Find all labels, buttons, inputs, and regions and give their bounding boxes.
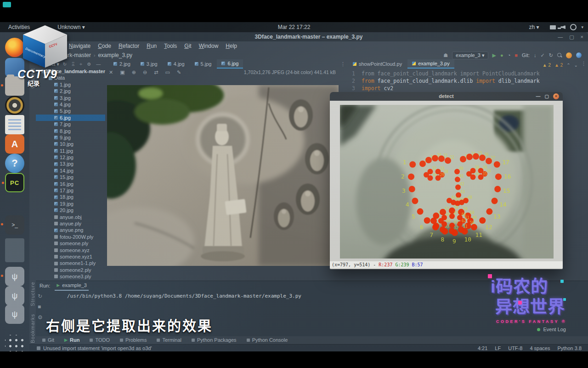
image-tab-3.jpg[interactable]: 3.jpg (136, 60, 162, 68)
tab-overflow-icon[interactable]: ⋮ (340, 61, 345, 67)
typos-badge[interactable]: ▲ 2 (554, 63, 563, 68)
detect-maximize-button[interactable]: ▢ (545, 92, 549, 101)
tree-item[interactable]: 8.jpg (36, 128, 105, 134)
editor-tab-example_3.py[interactable]: example_3.py (407, 59, 454, 69)
line-ending[interactable]: LF (495, 345, 501, 351)
tree-item[interactable]: 3.jpg (36, 95, 105, 101)
menu-window[interactable]: Window (199, 43, 219, 49)
tree-item[interactable]: 9.jpg (36, 134, 105, 141)
tree-item[interactable]: someone2.ply (36, 267, 105, 273)
tool-tab-terminal[interactable]: Terminal (157, 337, 181, 343)
tree-item[interactable]: someone.ply (36, 240, 105, 247)
image-tab-6.jpg[interactable]: 6.jpg (217, 59, 243, 69)
tree-item[interactable]: 16.jpg (36, 181, 105, 187)
dock-icon-pycharm[interactable]: PC (5, 173, 24, 192)
system-menu-caret[interactable]: ▾ (581, 25, 583, 29)
profiler-icon[interactable]: ◔ (508, 52, 511, 58)
event-log-button[interactable]: Event Log (537, 327, 566, 332)
avatar[interactable] (566, 52, 572, 58)
speaker-icon[interactable] (560, 25, 565, 29)
code-line[interactable]: 2from face_point_cloud_landmark.dlib imp… (339, 77, 588, 85)
run-panel-toolbar[interactable]: ↻■⚙ (38, 293, 43, 321)
detect-minimize-button[interactable]: — (536, 92, 541, 101)
menu-refactor[interactable]: Refactor (119, 43, 139, 49)
tree-item[interactable]: someone1-1.ply (36, 260, 105, 266)
tree-item[interactable]: 7.jpg (36, 121, 105, 127)
image-tab-4.jpg[interactable]: 4.jpg (163, 60, 189, 68)
indent-setting[interactable]: 4 spaces (530, 345, 550, 351)
tree-item[interactable]: 12.jpg (36, 154, 105, 161)
next-warning-icon[interactable]: ⌄ (574, 63, 578, 68)
tree-item[interactable]: anyue.ply (36, 220, 105, 227)
clock[interactable]: Mar 22 17:22 (278, 24, 311, 30)
gradle-sync-icon[interactable] (576, 52, 582, 58)
dock-icon-usb3[interactable]: ψ (5, 305, 24, 324)
detect-window-titlebar[interactable]: detect — ▢ × (330, 92, 563, 101)
menu-code[interactable]: Code (98, 43, 111, 49)
code-line[interactable]: 1from face_point_cloud_landmark import P… (339, 70, 588, 77)
menu-run[interactable]: Run (147, 43, 157, 49)
detect-close-button[interactable]: × (553, 93, 559, 99)
warnings-badge[interactable]: ▲ 2 (543, 63, 551, 68)
tree-item[interactable]: 14.jpg (36, 167, 105, 174)
menu-tools[interactable]: Tools (164, 43, 177, 49)
tree-item[interactable]: 19.jpg (36, 201, 105, 207)
image-tab-2.jpg[interactable]: 2.jpg (109, 60, 135, 68)
dock-icon-usb1[interactable]: ψ (5, 267, 24, 286)
encoding[interactable]: UTF-8 (508, 345, 522, 351)
tool-tab-python-console[interactable]: Python Console (247, 337, 288, 343)
tree-item[interactable]: 15.jpg (36, 174, 105, 180)
git-update-icon[interactable]: ↓ (534, 52, 537, 58)
git-rollback-icon[interactable]: ↻ (549, 52, 553, 58)
dock-icon-writer[interactable] (5, 115, 24, 134)
breadcrumb-item[interactable]: example_3.py (98, 52, 132, 58)
debug-icon[interactable]: ● (500, 52, 503, 58)
editor-options-icon[interactable]: ⋮ (581, 61, 586, 67)
tool-tab-run[interactable]: ▶Run (64, 337, 79, 343)
run-tab[interactable]: ▶ example_3 (55, 281, 89, 291)
status-message[interactable]: Unused import statement 'import open3d a… (43, 345, 152, 351)
tree-item[interactable]: 10.jpg (36, 141, 105, 147)
close-button[interactable]: × (581, 32, 583, 41)
image-toolbar-icons[interactable]: ✕ ▣ ⊕ ⊖ ⇄ ▭ ✎ (109, 69, 184, 75)
tool-tab-todo[interactable]: TODO (90, 337, 110, 343)
tree-item[interactable]: 5.jpg (36, 108, 105, 114)
dock-icon-apps-grid[interactable] (5, 335, 24, 351)
tree-item[interactable]: 4.jpg (36, 101, 105, 108)
tool-tab-git[interactable]: Git (42, 337, 54, 343)
tree-item[interactable]: 2.jpg (36, 88, 105, 94)
run-console-line[interactable]: /usr/bin/python3.8 /home/suyang/Document… (67, 293, 301, 299)
tree-item[interactable]: 18.jpg (36, 194, 105, 200)
tree-item[interactable]: someone.xyz1 (36, 253, 105, 260)
dock-icon-videos[interactable] (5, 96, 24, 115)
menu-help[interactable]: Help (226, 43, 237, 49)
tree-item[interactable]: anyue.png (36, 227, 105, 233)
code-line[interactable]: 3import cv2 (339, 85, 588, 92)
maximize-button[interactable]: ▢ (569, 32, 574, 41)
tree-item[interactable]: 17.jpg (36, 187, 105, 194)
tree-item[interactable]: fotou-200W.ply (36, 234, 105, 240)
bookmarks-tool-tab[interactable]: Bookmarks (30, 314, 35, 343)
prev-warning-icon[interactable]: ⌃ (566, 63, 570, 68)
battery-icon[interactable] (550, 25, 556, 29)
run-configuration-select[interactable]: example_3 ▾ (452, 52, 488, 59)
power-icon[interactable] (570, 24, 577, 30)
search-icon[interactable] (557, 53, 562, 58)
tree-item[interactable]: 6.jpg (36, 115, 105, 121)
tree-item[interactable]: anyue.obj (36, 214, 105, 220)
dock-icon-window-thumb[interactable] (5, 238, 24, 262)
tree-item[interactable]: 20.jpg (36, 207, 105, 213)
tree-item[interactable]: 11.jpg (36, 148, 105, 154)
stop-icon[interactable]: ■ (514, 52, 518, 58)
tool-tab-python-packages[interactable]: Python Packages (192, 337, 237, 343)
user-icon[interactable]: ☗ (443, 52, 448, 58)
image-tab-5.jpg[interactable]: 5.jpg (190, 60, 216, 68)
tree-item[interactable]: someone3.ply (36, 273, 105, 280)
dock-icon-software[interactable]: A (5, 134, 24, 154)
dock-icon-help[interactable]: ? (5, 154, 24, 173)
structure-tool-tab[interactable]: Structure (30, 282, 35, 306)
dock-icon-usb2[interactable]: ψ (5, 286, 24, 305)
dock-icon-terminal[interactable]: >_ (5, 215, 24, 235)
menu-git[interactable]: Git (184, 43, 191, 49)
input-method-indicator[interactable]: zh ▾ (529, 24, 539, 30)
